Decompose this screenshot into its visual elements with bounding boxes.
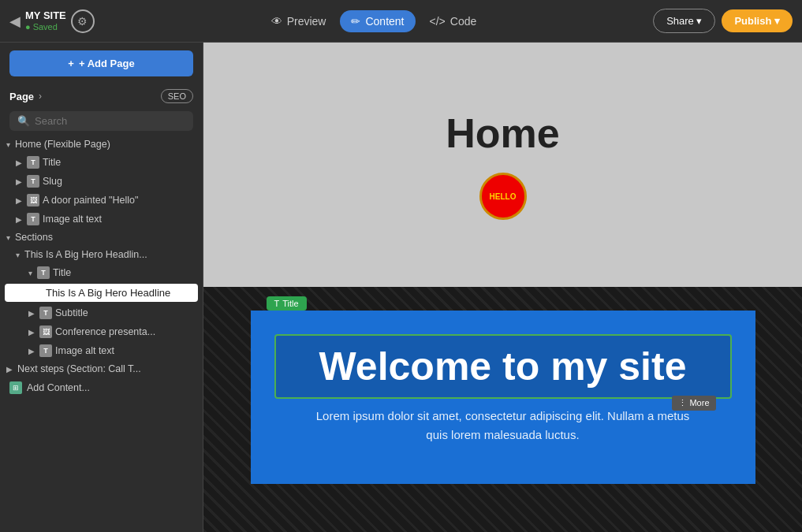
tree-next-steps[interactable]: ▶ Next steps (Section: Call T...: [0, 360, 203, 378]
hero-card-wrapper: T Title Welcome to my site ⋮ More Lorem …: [251, 311, 755, 484]
tree-big-hero[interactable]: ▾ This Is A Big Hero Headlin...: [0, 246, 203, 263]
pencil-icon: ✏: [351, 15, 360, 28]
tree-image-alt[interactable]: ▶ T Image alt text: [0, 210, 203, 229]
top-bar: ◀ MY SITE ● Saved ⚙ 👁 Preview ✏ Content …: [0, 0, 802, 43]
text-icon: T: [39, 344, 52, 357]
preview-home-section: Home HELLO: [203, 43, 802, 287]
search-input[interactable]: [35, 115, 185, 127]
chevron-right-icon: ›: [39, 91, 42, 102]
expand-arrow: ▶: [28, 309, 35, 318]
code-icon: </>: [430, 15, 446, 28]
search-icon: 🔍: [17, 115, 30, 127]
image-icon: 🖼: [39, 326, 52, 338]
lorem-text: Lorem ipsum dolor sit amet, consectetur …: [306, 407, 700, 445]
tree-slug[interactable]: ▶ T Slug: [0, 172, 203, 191]
seo-button[interactable]: SEO: [161, 89, 193, 103]
tree-door-image[interactable]: ▶ 🖼 A door painted "Hello": [0, 191, 203, 210]
text-icon: T: [39, 307, 52, 319]
expand-arrow: ▶: [16, 215, 22, 224]
expand-arrow: ▶: [28, 347, 35, 355]
preview-nav-button[interactable]: 👁 Preview: [260, 10, 338, 32]
home-title: Home: [446, 110, 559, 157]
main-area: + + Add Page Page › SEO 🔍 ▾ Home (Flexib…: [0, 43, 802, 532]
saved-status: ● Saved: [25, 22, 66, 32]
tree-subtitle[interactable]: ▶ T Subtitle: [0, 303, 203, 322]
page-header: Page › SEO: [0, 84, 203, 108]
expand-arrow: ▶: [16, 158, 22, 167]
tree-title[interactable]: ▶ T Title: [0, 153, 203, 172]
tree-hero-title[interactable]: ▾ T Title: [0, 263, 203, 282]
preview-dark-section: T Title Welcome to my site ⋮ More Lorem …: [203, 287, 802, 532]
expand-arrow: ▾: [28, 269, 32, 277]
top-nav: 👁 Preview ✏ Content </> Code: [260, 10, 488, 32]
eye-icon: 👁: [271, 15, 282, 28]
image-icon: 🖼: [27, 194, 39, 206]
content-nav-button[interactable]: ✏ Content: [340, 10, 415, 32]
preview-area: Home HELLO T Title Welcome to my site ⋮ …: [203, 43, 802, 532]
code-nav-button[interactable]: </> Code: [419, 10, 488, 32]
title-badge: T Title: [267, 296, 307, 311]
avatar: HELLO: [479, 173, 527, 220]
hero-title-input[interactable]: [46, 287, 192, 299]
text-icon: T: [37, 266, 50, 279]
text-icon: T: [27, 156, 39, 169]
sidebar: + + Add Page Page › SEO 🔍 ▾ Home (Flexib…: [0, 43, 203, 532]
expand-arrow: ▾: [6, 140, 10, 149]
add-page-button[interactable]: + + Add Page: [9, 50, 193, 76]
text-badge-icon: T: [274, 299, 280, 308]
site-name-block: MY SITE ● Saved: [25, 10, 66, 31]
text-icon: T: [27, 213, 39, 225]
welcome-heading: Welcome to my site: [274, 334, 732, 399]
tree-conference-img[interactable]: ▶ 🖼 Conference presenta...: [0, 322, 203, 341]
expand-arrow: ▾: [6, 233, 10, 242]
tree-sections[interactable]: ▾ Sections: [0, 229, 203, 246]
tree-image-alt-2[interactable]: ▶ T Image alt text: [0, 341, 203, 360]
site-info: ◀ MY SITE ● Saved ⚙: [9, 9, 95, 33]
welcome-wrapper: Welcome to my site ⋮ More: [274, 334, 732, 407]
settings-button[interactable]: ⚙: [71, 9, 95, 33]
publish-button[interactable]: Publish ▾: [722, 9, 793, 32]
back-button[interactable]: ◀: [9, 13, 21, 30]
share-button[interactable]: Share ▾: [653, 9, 715, 33]
more-button[interactable]: ⋮ More: [672, 396, 715, 411]
expand-arrow: ▶: [6, 365, 13, 374]
expand-arrow: ▶: [16, 177, 22, 186]
check-icon: ●: [25, 22, 31, 32]
grid-icon: ⊞: [9, 381, 22, 394]
tree-edit-field[interactable]: [5, 284, 198, 302]
plus-icon: +: [68, 58, 74, 69]
page-label: Page: [9, 91, 34, 102]
tree-home-flexible[interactable]: ▾ Home (Flexible Page): [0, 136, 203, 153]
expand-arrow: ▶: [28, 328, 35, 337]
tree: ▾ Home (Flexible Page) ▶ T Title ▶ T Slu…: [0, 136, 203, 532]
text-icon: T: [27, 175, 39, 188]
site-name: MY SITE: [25, 10, 66, 21]
preview-blue-section: Welcome to my site ⋮ More Lorem ipsum do…: [251, 311, 755, 484]
add-content-button[interactable]: ⊞ Add Content...: [0, 378, 203, 398]
expand-arrow: ▶: [16, 196, 22, 205]
top-right-actions: Share ▾ Publish ▾: [653, 9, 793, 33]
search-box: 🔍: [9, 111, 193, 131]
expand-arrow: ▾: [16, 251, 20, 259]
